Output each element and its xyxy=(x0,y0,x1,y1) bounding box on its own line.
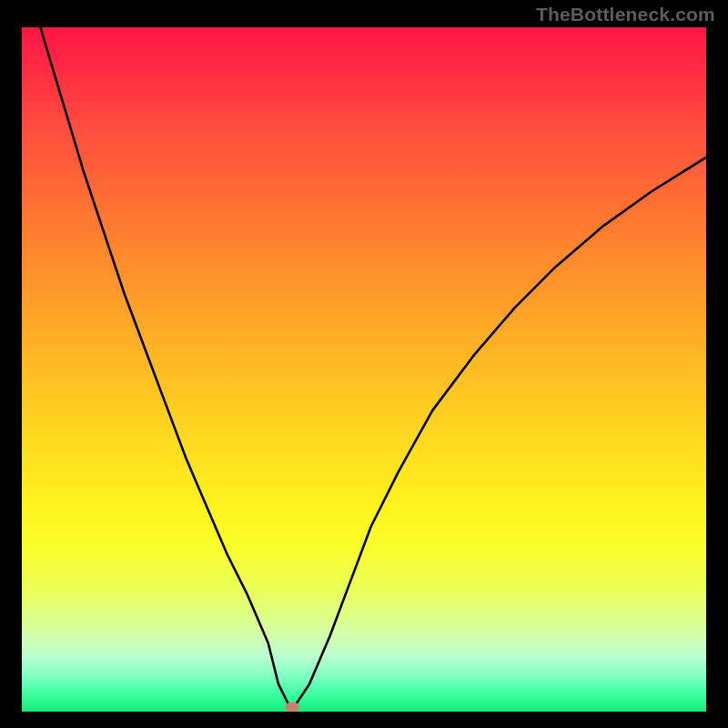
bottleneck-curve xyxy=(22,27,706,704)
chart-root: TheBottleneck.com xyxy=(0,0,728,728)
watermark-text: TheBottleneck.com xyxy=(536,4,715,25)
optimal-point-marker xyxy=(286,703,299,712)
plot-area xyxy=(22,27,706,712)
curve-svg xyxy=(22,27,706,712)
